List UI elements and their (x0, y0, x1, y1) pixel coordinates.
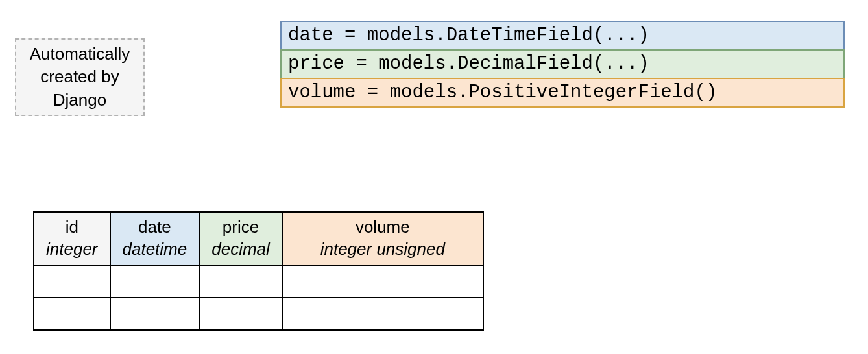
column-type: integer (46, 239, 98, 261)
column-name: volume (295, 217, 471, 239)
code-line-volume: volume = models.PositiveIntegerField() (280, 78, 845, 108)
column-header-id: id integer (34, 212, 110, 265)
django-auto-id-callout: Automatically created by Django (15, 38, 145, 116)
code-line-price: price = models.DecimalField(...) (280, 49, 845, 79)
table-cell (199, 265, 282, 298)
table-cell (34, 265, 110, 298)
database-table-schema: id integer date datetime price decimal v… (33, 211, 484, 331)
column-header-price: price decimal (199, 212, 282, 265)
column-name: price (211, 217, 270, 239)
column-header-date: date datetime (110, 212, 200, 265)
table-cell (199, 298, 282, 330)
code-line-date: date = models.DateTimeField(...) (280, 21, 845, 51)
table-cell (110, 298, 200, 330)
table-cell (282, 265, 483, 298)
column-type: decimal (211, 239, 270, 261)
table-header-row: id integer date datetime price decimal v… (34, 212, 483, 265)
callout-text: Automatically created by Django (20, 43, 139, 111)
table-row (34, 265, 483, 298)
table-row (34, 298, 483, 330)
table-cell (34, 298, 110, 330)
column-type: integer unsigned (295, 239, 471, 261)
column-name: date (123, 217, 187, 239)
model-field-definitions: date = models.DateTimeField(...) price =… (280, 21, 845, 108)
column-name: id (46, 217, 98, 239)
table-cell (282, 298, 483, 330)
column-type: datetime (123, 239, 187, 261)
table-cell (110, 265, 200, 298)
column-header-volume: volume integer unsigned (282, 212, 483, 265)
